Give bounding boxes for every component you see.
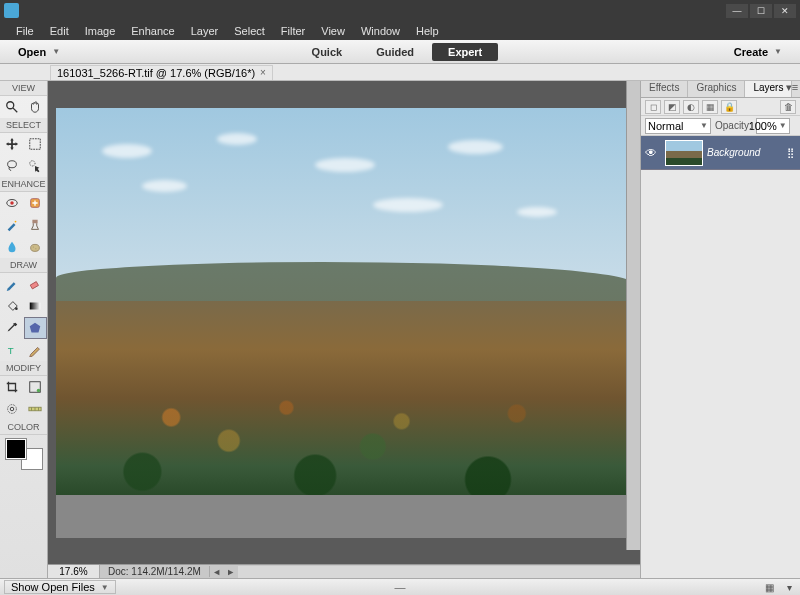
minimize-button[interactable]: —: [726, 4, 748, 18]
lock-layer-button[interactable]: 🔒: [721, 100, 737, 114]
new-group-button[interactable]: ◩: [664, 100, 680, 114]
shape-tool[interactable]: [24, 317, 48, 339]
menu-edit[interactable]: Edit: [42, 23, 77, 39]
brush-tool[interactable]: [0, 273, 24, 295]
menu-filter[interactable]: Filter: [273, 23, 313, 39]
menu-view[interactable]: View: [313, 23, 353, 39]
layer-mask-button[interactable]: ▦: [702, 100, 718, 114]
maximize-button[interactable]: ☐: [750, 4, 772, 18]
cookie-cutter-tool[interactable]: [0, 398, 24, 420]
layer-item-background[interactable]: 👁 Background ⣿: [641, 136, 800, 170]
menu-image[interactable]: Image: [77, 23, 124, 39]
grid-view-icon[interactable]: ▦: [762, 582, 776, 593]
mode-tab-guided[interactable]: Guided: [360, 43, 430, 61]
vertical-scrollbar[interactable]: [626, 81, 640, 550]
document-canvas[interactable]: [56, 108, 632, 538]
svg-point-6: [10, 201, 14, 205]
gradient-tool[interactable]: [24, 295, 48, 317]
menu-layer[interactable]: Layer: [183, 23, 227, 39]
new-layer-button[interactable]: ◻: [645, 100, 661, 114]
close-icon[interactable]: ×: [260, 67, 266, 78]
canvas-area[interactable]: [48, 81, 640, 564]
straighten-tool[interactable]: [24, 398, 48, 420]
menu-enhance[interactable]: Enhance: [123, 23, 182, 39]
blend-mode-select[interactable]: Normal ▼: [645, 118, 711, 134]
recompose-tool[interactable]: [24, 376, 48, 398]
blur-tool[interactable]: [0, 236, 24, 258]
create-label: Create: [734, 46, 768, 58]
smart-brush-tool[interactable]: [0, 214, 24, 236]
sponge-tool[interactable]: [24, 236, 48, 258]
zoom-readout[interactable]: 17.6%: [48, 565, 100, 578]
eyedropper-tool[interactable]: [0, 317, 24, 339]
show-open-files-button[interactable]: Show Open Files ▼: [4, 580, 116, 594]
doc-size-readout[interactable]: Doc: 114.2M/114.2M: [100, 566, 210, 577]
move-tool[interactable]: [0, 133, 24, 155]
color-swatch[interactable]: [6, 439, 42, 469]
menu-help[interactable]: Help: [408, 23, 447, 39]
menu-select[interactable]: Select: [226, 23, 273, 39]
menu-window[interactable]: Window: [353, 23, 408, 39]
visibility-toggle-icon[interactable]: 👁: [641, 146, 661, 160]
document-tab[interactable]: 161031_5266-RT.tif @ 17.6% (RGB/16*) ×: [50, 65, 273, 80]
create-button[interactable]: Create ▼: [726, 44, 790, 60]
mode-tab-quick[interactable]: Quick: [296, 43, 359, 61]
lock-icon[interactable]: ⣿: [780, 147, 800, 158]
quick-select-tool[interactable]: [24, 155, 48, 177]
eraser-tool[interactable]: [24, 273, 48, 295]
chevron-down-icon: ▼: [52, 47, 60, 56]
svg-point-21: [10, 407, 14, 411]
svg-point-0: [7, 102, 14, 109]
lasso-tool[interactable]: [0, 155, 24, 177]
layer-thumbnail[interactable]: [665, 140, 703, 166]
svg-point-11: [33, 246, 34, 247]
mode-tab-expert[interactable]: Expert: [432, 43, 498, 61]
paint-bucket-tool[interactable]: [0, 295, 24, 317]
type-tool[interactable]: T: [0, 339, 24, 361]
svg-rect-9: [33, 220, 38, 224]
svg-point-10: [31, 244, 40, 251]
section-draw: DRAW: [0, 258, 47, 273]
adjustment-layer-button[interactable]: ◐: [683, 100, 699, 114]
svg-point-3: [7, 161, 16, 168]
panel-tab-graphics[interactable]: Graphics: [688, 81, 745, 97]
chevron-down-icon: ▼: [779, 121, 787, 130]
svg-point-14: [15, 307, 18, 310]
open-button[interactable]: Open ▼: [10, 44, 68, 60]
collapse-bottom-bar[interactable]: —: [395, 581, 406, 593]
hand-tool[interactable]: [24, 96, 48, 118]
opacity-input[interactable]: 100% ▼: [756, 118, 790, 134]
tool-panel: VIEW SELECT ENHANCE DRAW: [0, 81, 48, 578]
layer-list: 👁 Background ⣿: [641, 136, 800, 578]
svg-rect-2: [30, 139, 41, 150]
zoom-tool[interactable]: [0, 96, 24, 118]
right-panel: Effects Graphics Layers ▾≡ ◻ ◩ ◐ ▦ 🔒 🗑 N…: [640, 81, 800, 578]
document-tab-bar: 161031_5266-RT.tif @ 17.6% (RGB/16*) ×: [0, 64, 800, 81]
horizontal-scrollbar[interactable]: [238, 566, 640, 578]
layer-toolbar: ◻ ◩ ◐ ▦ 🔒 🗑: [641, 98, 800, 116]
chevron-down-icon: ▼: [101, 583, 109, 592]
toolbar-top: Open ▼ Quick Guided Expert Create ▼: [0, 40, 800, 64]
scroll-left-arrow[interactable]: ◄: [210, 567, 224, 577]
title-bar: — ☐ ✕: [0, 0, 800, 21]
marquee-tool[interactable]: [24, 133, 48, 155]
panel-options-icon[interactable]: ▾≡: [784, 81, 800, 94]
svg-rect-15: [30, 303, 41, 310]
scroll-right-arrow[interactable]: ►: [224, 567, 238, 577]
section-view: VIEW: [0, 81, 47, 96]
blend-opacity-row: Normal ▼ Opacity: 100% ▼: [641, 116, 800, 136]
redeye-tool[interactable]: [0, 192, 24, 214]
close-button[interactable]: ✕: [774, 4, 796, 18]
pencil-tool[interactable]: [24, 339, 48, 361]
spot-heal-tool[interactable]: [24, 192, 48, 214]
main-area: VIEW SELECT ENHANCE DRAW: [0, 81, 800, 578]
svg-point-8: [14, 221, 16, 223]
clone-stamp-tool[interactable]: [24, 214, 48, 236]
crop-tool[interactable]: [0, 376, 24, 398]
opacity-label: Opacity:: [715, 120, 752, 131]
delete-layer-button[interactable]: 🗑: [780, 100, 796, 114]
chevron-down-icon[interactable]: ▾: [782, 582, 796, 593]
panel-tab-effects[interactable]: Effects: [641, 81, 688, 97]
foreground-color[interactable]: [6, 439, 26, 459]
menu-file[interactable]: File: [8, 23, 42, 39]
